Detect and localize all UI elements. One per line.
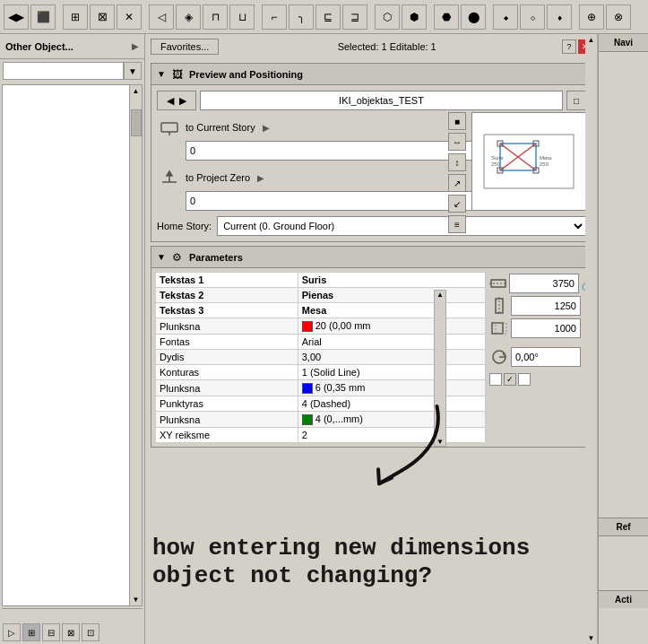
params-section-header[interactable]: ▼ ⚙ Parameters [151, 247, 592, 268]
nav-prev-btn[interactable]: ◀ [164, 95, 177, 107]
depth-input[interactable]: 1000 [511, 318, 581, 338]
preview-toggle-icon[interactable]: ▼ [157, 69, 166, 79]
toolbar-btn-17[interactable]: ⬤ [461, 4, 486, 30]
toolbar-btn-2[interactable]: ⬛ [30, 4, 56, 30]
params-scroll-up[interactable]: ▲ [435, 291, 445, 299]
toolbar-btn-12[interactable]: ⊑ [315, 4, 341, 30]
table-cell: 2 [298, 428, 485, 443]
toolbar-btn-13[interactable]: ⊒ [342, 4, 367, 30]
toolbar-btn-14[interactable]: ⬡ [375, 4, 400, 30]
ref-label: Ref [599, 518, 648, 536]
bottom-checkboxes: ✓ [489, 373, 588, 386]
navi-content [599, 52, 648, 518]
center-scroll-area: ▼ 🖼 Preview and Positioning ◀ ▶ IKI_obje… [145, 59, 598, 644]
toolbar-btn-1[interactable]: ◀▶ [4, 4, 29, 30]
checkbox-3[interactable] [518, 373, 531, 386]
search-input[interactable] [3, 62, 124, 80]
checkbox-2[interactable]: ✓ [504, 373, 516, 386]
svg-rect-22 [496, 323, 506, 334]
scroll-up-arrow[interactable]: ▲ [130, 85, 142, 97]
home-story-select[interactable]: Current (0. Ground Floor) [217, 216, 586, 236]
params-scrollbar[interactable]: ▲ ▼ [434, 290, 446, 443]
params-table-wrapper: Tekstas 1 Suris Tekstas 2 Pienas [155, 272, 486, 443]
nav-next-btn[interactable]: ▶ [177, 95, 189, 107]
svg-text:250: 250 [491, 161, 501, 167]
toolbar-btn-7[interactable]: ◈ [176, 4, 201, 30]
table-cell: Pienas [298, 288, 485, 303]
scroll-down-arrow[interactable]: ▼ [130, 594, 142, 605]
preview-section-header[interactable]: ▼ 🖼 Preview and Positioning [151, 64, 592, 85]
favorites-button[interactable]: Favorites... [151, 39, 219, 55]
rotation-icon [489, 347, 509, 367]
color-swatch-green [302, 414, 313, 425]
right-icon-btn-6[interactable]: ≡ [448, 215, 466, 233]
right-scroll-down[interactable]: ▼ [586, 632, 597, 644]
toolbar-btn-16[interactable]: ⬣ [434, 4, 459, 30]
right-scrollbar[interactable]: ▲ ▼ [585, 34, 598, 644]
right-scroll-up[interactable]: ▲ [586, 34, 597, 46]
toolbar-btn-9[interactable]: ⊔ [229, 4, 255, 30]
params-scroll-down[interactable]: ▼ [435, 438, 445, 443]
toolbar-btn-11[interactable]: ╮ [289, 4, 314, 30]
toolbar-btn-18[interactable]: ⬥ [493, 4, 518, 30]
scroll-thumb[interactable] [131, 109, 142, 136]
toolbar-btn-21[interactable]: ⊕ [579, 4, 604, 30]
home-story-label: Home Story: [157, 221, 212, 231]
checkbox-1[interactable] [489, 373, 502, 386]
height-input[interactable]: 1250 [511, 296, 581, 316]
table-cell: Arial [298, 335, 485, 350]
help-button[interactable]: ? [562, 39, 576, 54]
to-project-zero-arrow[interactable]: ▶ [257, 173, 264, 183]
toolbar: ◀▶ ⬛ ⊞ ⊠ ✕ ◁ ◈ ⊓ ⊔ ⌐ ╮ ⊑ ⊒ ⬡ ⬢ ⬣ ⬤ ⬥ ⬦ ⬧… [0, 0, 648, 34]
toolbar-btn-10[interactable]: ⌐ [262, 4, 287, 30]
table-row: Tekstas 1 Suris [156, 273, 486, 288]
right-icon-btn-4[interactable]: ↗ [448, 174, 466, 192]
object-name-field[interactable]: IKI_objektas_TEST [200, 91, 563, 110]
right-icon-btn-3[interactable]: ↕ [448, 153, 466, 171]
expand-button[interactable]: □ [566, 91, 586, 110]
sidebar-bottom-btn-4[interactable]: ⊠ [62, 623, 80, 641]
table-cell: 4 (0,...mm) [298, 412, 485, 428]
sidebar-bottom-btn-5[interactable]: ⊡ [82, 623, 99, 641]
right-icon-btn-1[interactable]: ■ [448, 112, 466, 130]
project-zero-icon [157, 168, 182, 187]
table-cell: Tekstas 2 [156, 288, 298, 303]
toolbar-btn-15[interactable]: ⬢ [402, 4, 427, 30]
params-inner: Tekstas 1 Suris Tekstas 2 Pienas [155, 272, 588, 443]
table-cell: Tekstas 3 [156, 303, 298, 318]
svg-text:250: 250 [540, 161, 549, 167]
toolbar-btn-22[interactable]: ⊗ [606, 4, 631, 30]
nav-buttons-group: ◀ ▶ [157, 91, 196, 110]
toolbar-btn-4[interactable]: ⊠ [90, 4, 115, 30]
sidebar-bottom-btn-3[interactable]: ⊟ [42, 623, 60, 641]
height-icon [489, 296, 509, 316]
toolbar-btn-3[interactable]: ⊞ [63, 4, 88, 30]
dimension-inputs: 3750 🔗 [489, 274, 588, 443]
toolbar-btn-8[interactable]: ⊓ [203, 4, 228, 30]
toolbar-btn-20[interactable]: ⬧ [547, 4, 572, 30]
width-input[interactable]: 3750 [509, 274, 579, 293]
sidebar-scrollbar[interactable]: ▲ ▼ [129, 85, 142, 605]
preview-section-title: Preview and Positioning [189, 69, 303, 80]
rotation-input-row: 0,00° [489, 347, 588, 367]
to-current-story-arrow[interactable]: ▶ [263, 123, 270, 133]
right-icon-btn-5[interactable]: ↙ [448, 195, 466, 213]
other-object-arrow[interactable]: ▶ [132, 41, 139, 51]
params-section-title: Parameters [189, 252, 243, 263]
right-icon-btn-2[interactable]: ↔ [448, 133, 466, 151]
search-dropdown-btn[interactable]: ▼ [124, 62, 142, 80]
action-label: Acti [599, 590, 648, 608]
toolbar-btn-6[interactable]: ◁ [149, 4, 174, 30]
toolbar-btn-5[interactable]: ✕ [117, 4, 142, 30]
other-object-bar: Other Object... ▶ [0, 34, 144, 59]
params-toggle-icon[interactable]: ▼ [157, 252, 166, 262]
sidebar-bottom-btn-2[interactable]: ⊞ [22, 623, 40, 641]
other-object-label: Other Object... [5, 41, 73, 52]
table-cell: Dydis [156, 350, 298, 365]
depth-input-row: 1000 [489, 318, 588, 338]
toolbar-btn-19[interactable]: ⬦ [520, 4, 545, 30]
sidebar-bottom-btn-1[interactable]: ▷ [3, 623, 21, 641]
color-swatch-red [302, 321, 313, 332]
selected-info: Selected: 1 Editable: 1 [338, 41, 436, 52]
rotation-input[interactable]: 0,00° [511, 347, 581, 367]
